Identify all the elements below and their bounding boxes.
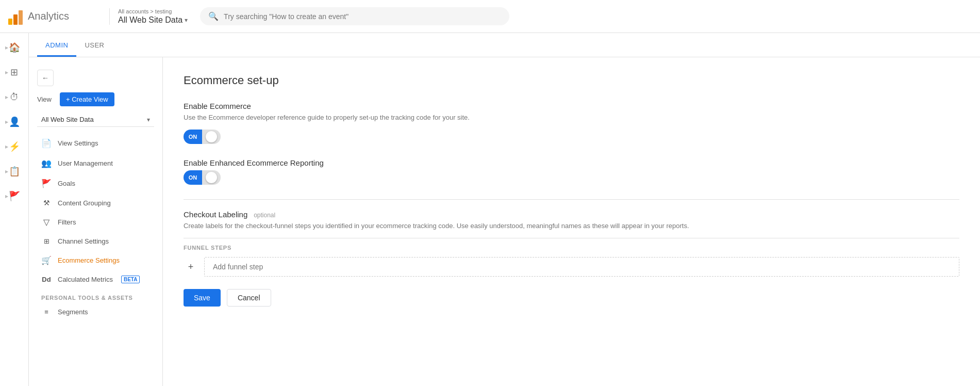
sidebar-item-view-settings[interactable]: 📄 View Settings — [29, 133, 162, 153]
sidebar-item-calculated-metrics[interactable]: Dd Calculated Metrics BETA — [29, 270, 162, 288]
page-content: Ecommerce set-up Enable Ecommerce Use th… — [163, 57, 980, 386]
table-icon: 📋 — [9, 166, 20, 177]
toggle1-off-side — [202, 130, 221, 144]
user-management-label: User Management — [58, 159, 113, 167]
back-button[interactable]: ← — [37, 70, 54, 86]
home-icon: 🏠 — [9, 42, 20, 53]
nav-expand-arrow-2: ▶ — [5, 70, 8, 75]
create-view-button[interactable]: + Create View — [60, 92, 114, 106]
left-nav: ▶ 🏠 ▶ ⊞ ▶ ⏱ ▶ 👤 ▶ ⚡ ▶ 📋 ▶ 🚩 — [0, 33, 29, 386]
analytics-logo-icon — [8, 8, 23, 25]
checkout-labeling-title: Checkout Labeling — [184, 210, 247, 219]
user-management-icon: 👥 — [41, 158, 52, 168]
nav-conversions[interactable]: ▶ 🚩 — [4, 186, 25, 206]
nav-dashboard[interactable]: ▶ ⊞ — [4, 62, 25, 83]
search-icon: 🔍 — [208, 11, 219, 21]
layout: ▶ 🏠 ▶ ⊞ ▶ ⏱ ▶ 👤 ▶ ⚡ ▶ 📋 ▶ 🚩 — [0, 33, 980, 386]
tab-admin[interactable]: ADMIN — [37, 33, 76, 57]
filters-label: Filters — [58, 218, 76, 226]
segments-icon: ≡ — [41, 308, 52, 316]
dashboard-icon: ⊞ — [10, 67, 18, 78]
enable-ecommerce-desc: Use the Ecommerce developer reference gu… — [184, 114, 959, 121]
header: Analytics All accounts > testing All Web… — [0, 0, 980, 33]
segments-label: Segments — [58, 308, 88, 316]
sidebar-item-content-grouping[interactable]: ⚒ Content Grouping — [29, 194, 162, 212]
sidebar-item-segments[interactable]: ≡ Segments — [29, 303, 162, 321]
lightning-icon: ⚡ — [9, 141, 20, 152]
checkout-labeling-section: Checkout Labeling optional Create labels… — [184, 199, 959, 277]
toggle2-off-side — [202, 170, 221, 185]
search-input-wrapper: 🔍 — [200, 7, 509, 25]
clock-icon: ⏱ — [10, 92, 19, 103]
goals-icon: 🚩 — [41, 179, 52, 188]
logo-bar-2 — [13, 14, 18, 25]
nav-reports[interactable]: ▶ ⏱ — [4, 87, 25, 107]
toggle1-knob — [206, 131, 217, 142]
nav-expand-arrow-7: ▶ — [5, 194, 8, 199]
nav-expand-arrow-6: ▶ — [5, 169, 8, 174]
sidebar-item-channel-settings[interactable]: ⊞ Channel Settings — [29, 232, 162, 250]
view-selector[interactable]: All Web Site Data ▾ — [37, 112, 154, 127]
beta-badge: BETA — [121, 276, 140, 283]
nav-expand-arrow-4: ▶ — [5, 120, 8, 124]
header-divider — [109, 8, 110, 25]
toggle2-container: ON — [184, 170, 959, 185]
toggle2-knob — [206, 172, 217, 183]
funnel-step-input[interactable] — [204, 257, 959, 277]
view-select-dropdown[interactable]: All Web Site Data — [37, 112, 154, 127]
sidebar-view-row: View + Create View — [29, 90, 162, 110]
enable-enhanced-toggle[interactable]: ON — [184, 170, 221, 185]
calculated-metrics-icon: Dd — [41, 276, 52, 283]
app-name: Analytics — [28, 10, 69, 22]
admin-sidebar: ← View + Create View All Web Site Data ▾… — [29, 57, 163, 386]
checkout-desc: Create labels for the checkout-funnel st… — [184, 222, 959, 230]
account-name-dropdown[interactable]: All Web Site Data ▾ — [118, 15, 188, 25]
view-settings-label: View Settings — [58, 139, 98, 147]
nav-audience[interactable]: ▶ 👤 — [4, 111, 25, 132]
content-area: ADMIN USER ← View + Create View All Web … — [29, 33, 980, 386]
flag-icon: 🚩 — [9, 190, 20, 202]
tabs-bar: ADMIN USER — [29, 33, 980, 57]
tab-user[interactable]: USER — [76, 33, 112, 57]
cancel-button[interactable]: Cancel — [227, 289, 271, 307]
calculated-metrics-label: Calculated Metrics — [58, 276, 113, 283]
content-grouping-icon: ⚒ — [41, 199, 52, 207]
nav-expand-arrow-3: ▶ — [5, 95, 8, 100]
nav-expand-arrow-5: ▶ — [5, 144, 8, 149]
nav-home[interactable]: ▶ 🏠 — [4, 37, 25, 58]
enable-ecommerce-title: Enable Ecommerce — [184, 102, 959, 110]
nav-expand-arrow: ▶ — [5, 45, 8, 50]
goals-label: Goals — [58, 180, 75, 187]
ecommerce-icon: 🛒 — [41, 255, 52, 265]
personal-tools-section-label: PERSONAL TOOLS & ASSETS — [29, 288, 162, 303]
nav-acquisition[interactable]: ▶ ⚡ — [4, 136, 25, 157]
enable-ecommerce-toggle[interactable]: ON — [184, 130, 221, 144]
view-settings-icon: 📄 — [41, 138, 52, 148]
add-funnel-plus-button[interactable]: + — [184, 260, 198, 274]
logo-bar-1 — [8, 19, 12, 25]
sidebar-item-ecommerce-settings[interactable]: 🛒 Ecommerce Settings — [29, 250, 162, 270]
sidebar-item-filters[interactable]: ▽ Filters — [29, 212, 162, 232]
main-content: ← View + Create View All Web Site Data ▾… — [29, 57, 980, 386]
filters-icon: ▽ — [41, 217, 52, 227]
toggle2-on-label: ON — [184, 170, 202, 185]
sidebar-item-goals[interactable]: 🚩 Goals — [29, 173, 162, 194]
search-input[interactable] — [224, 12, 501, 21]
enable-enhanced-title: Enable Enhanced Ecommerce Reporting — [184, 158, 959, 167]
checkout-optional-label: optional — [254, 212, 275, 219]
content-grouping-label: Content Grouping — [58, 199, 111, 207]
nav-behavior[interactable]: ▶ 📋 — [4, 161, 25, 182]
save-button[interactable]: Save — [184, 289, 221, 307]
logo-bar-3 — [19, 10, 23, 25]
toggle1-container: ON — [184, 130, 959, 144]
page-title: Ecommerce set-up — [184, 74, 959, 87]
action-buttons: Save Cancel — [184, 289, 959, 307]
view-label: View — [37, 95, 52, 103]
sidebar-item-user-management[interactable]: 👥 User Management — [29, 153, 162, 173]
search-bar: 🔍 — [200, 7, 509, 25]
account-info: All accounts > testing All Web Site Data… — [118, 8, 188, 25]
sidebar-view-header: ← — [29, 66, 162, 90]
add-funnel-row: + — [184, 257, 959, 277]
person-icon: 👤 — [9, 116, 20, 127]
logo-area: Analytics — [8, 8, 101, 25]
